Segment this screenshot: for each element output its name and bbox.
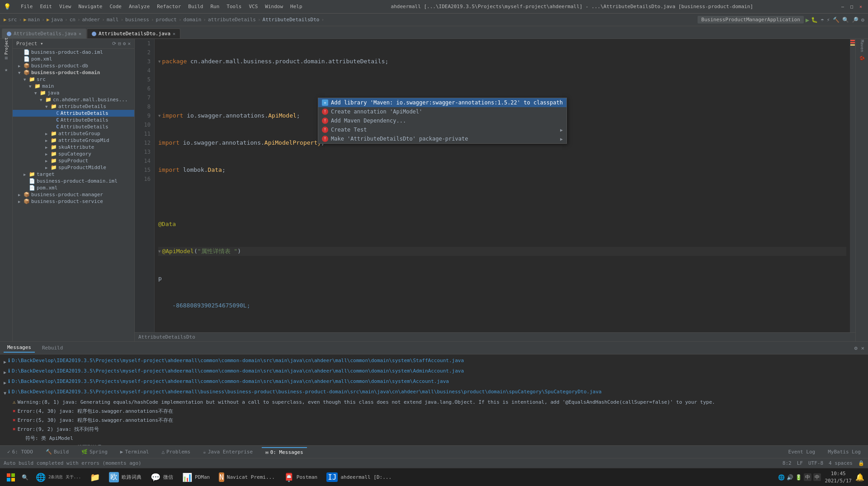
tab-close-1[interactable]: ✕ (79, 31, 81, 36)
search-icon[interactable]: 🔍 (842, 17, 849, 23)
menu-file[interactable]: File (18, 3, 36, 10)
code-content[interactable]: ▼ package cn.ahdeer.mall.business.produc… (155, 39, 850, 332)
tree-item-attributegroupmid[interactable]: ▶ 📁 attributeGroupMid (13, 137, 134, 144)
menu-build[interactable]: Build (185, 3, 206, 10)
taskbar-clock[interactable]: 10:45 2021/5/17 (825, 470, 852, 484)
toolbar-javaenterprise[interactable]: ☕ Java Enterprise (199, 448, 256, 456)
log-line-4[interactable]: ▼ ℹ D:\BackDevelop\IDEA2019.3.5\Projects… (0, 387, 868, 398)
code-editor[interactable]: 1 2 3 4 5 6 7 8 9 10 11 12 13 14 15 16 (135, 39, 855, 341)
toolbar-mybatis[interactable]: MyBatis Log (824, 448, 864, 456)
tree-item-domain-iml[interactable]: 📄 business-product-domain.iml (13, 178, 134, 184)
menu-help[interactable]: Help (288, 3, 305, 10)
notification-button[interactable]: 🔔 (855, 473, 864, 481)
breadcrumb-src[interactable]: ▶ src (4, 17, 17, 23)
expand-arrow-4[interactable]: ▼ (4, 389, 6, 397)
tree-item-attributedetails-class[interactable]: C AttributeDetails (13, 110, 134, 117)
log-line-3[interactable]: ▶ ℹ D:\BackDevelop\IDEA2019.3.5\Projects… (0, 377, 868, 387)
tree-item-target[interactable]: ▶ 📁 target (13, 171, 134, 178)
menu-edit[interactable]: Edit (38, 3, 55, 10)
bottom-tab-messages[interactable]: Messages (4, 343, 35, 353)
tree-item-service[interactable]: ▶ 📦 business-product-service (13, 198, 134, 205)
popup-item-package-private[interactable]: ! Make 'AttributeDetailsDto' package-pri… (318, 134, 566, 143)
menu-analyze[interactable]: Analyze (126, 3, 152, 10)
toolbar-terminal[interactable]: ▶ Terminal (117, 448, 153, 456)
menu-window[interactable]: Window (262, 3, 286, 10)
tree-item-pom1[interactable]: 📄 pom.xml (13, 56, 134, 62)
tree-item-attributedetailsdao[interactable]: C AttributeDetails (13, 117, 134, 123)
menu-vcs[interactable]: VCS (246, 3, 260, 10)
volume-icon[interactable]: 🔊 (787, 474, 793, 481)
favorites-icon[interactable]: ★ (1, 64, 12, 75)
taskbar-explorer[interactable]: 📁 (86, 471, 104, 484)
expand-arrow-2[interactable]: ▶ (4, 368, 6, 377)
tab-close-2[interactable]: ✕ (173, 31, 175, 36)
breadcrumb-java[interactable]: ▶ java (47, 17, 63, 23)
toolbar-build[interactable]: 🔨 Build (42, 448, 72, 456)
maximize-button[interactable]: □ (848, 3, 855, 10)
breadcrumb-ahdeer[interactable]: ahdeer (82, 17, 100, 23)
log-path-3[interactable]: D:\BackDevelop\IDEA2019.3.5\Projects\mys… (12, 377, 449, 386)
tree-item-spuproduct[interactable]: ▶ 📁 spuProduct (13, 157, 134, 164)
log-path-4[interactable]: D:\BackDevelop\IDEA2019.3.5\Projects\mys… (12, 388, 602, 396)
taskbar-pdman[interactable]: 📊 PDMan (179, 471, 213, 484)
tree-item-src[interactable]: ▼ 📁 src (13, 76, 134, 83)
tree-item-java[interactable]: ▼ 📁 java (13, 90, 134, 96)
taskbar-search[interactable]: 🔍 (20, 472, 30, 482)
popup-item-create-annotation[interactable]: ! Create annotation 'ApiModel' (318, 107, 566, 116)
taskbar-idea[interactable]: IJ ahdeermall [D:... (323, 471, 395, 484)
menu-view[interactable]: View (57, 3, 74, 10)
popup-item-add-library[interactable]: + Add library 'Maven: io.swagger:swagger… (318, 98, 566, 107)
tree-item-spucategory[interactable]: ▶ 📁 spuCategory (13, 151, 134, 157)
sidebar-settings-icon[interactable]: ⚙ (123, 41, 126, 47)
tree-item-domain[interactable]: ▼ 📦 business-product-domain (13, 69, 134, 76)
close-bottom-panel[interactable]: ✕ (861, 345, 864, 351)
taskbar-wechat[interactable]: 💬 微信 (147, 471, 177, 484)
tree-item-dao-iml[interactable]: 📄 business-product-dao.iml (13, 49, 134, 56)
menu-refactor[interactable]: Refactor (154, 3, 184, 10)
profile-icon[interactable]: ⚡ (827, 17, 830, 23)
bean-icon[interactable]: 🫘 (857, 52, 868, 63)
menu-tools[interactable]: Tools (224, 3, 244, 10)
settings-icon-bottom[interactable]: ⚙ (854, 345, 858, 351)
breadcrumb-main[interactable]: ▶ main (24, 17, 40, 23)
tree-item-cn-ahdeer[interactable]: ▼ 📁 cn.ahdeer.mall.busines... (13, 96, 134, 103)
tree-item-skuattribute[interactable]: ▶ 📁 skuAttribute (13, 144, 134, 151)
taskbar-postman[interactable]: 📮 Postman (280, 471, 321, 484)
breadcrumb-cn[interactable]: cn (70, 17, 75, 23)
sidebar-close-icon[interactable]: ✕ (127, 41, 131, 47)
menu-navigate[interactable]: Navigate (76, 3, 105, 10)
expand-arrow[interactable]: ▶ (4, 358, 6, 366)
network-icon[interactable]: 🌐 (778, 474, 785, 481)
battery-icon[interactable]: 🔋 (795, 474, 802, 481)
tree-item-spuproductmiddle[interactable]: ▶ 📁 spuProductMiddle (13, 164, 134, 171)
taskbar-navicat[interactable]: N Navicat Premi... (215, 471, 278, 484)
breadcrumb-attributeDetails[interactable]: attributeDetails (208, 17, 256, 23)
close-button[interactable]: ✕ (857, 3, 864, 10)
tree-item-main[interactable]: ▼ 📁 main (13, 83, 134, 90)
toolbar-eventlog[interactable]: Event Log (785, 448, 819, 456)
toolbar-messages[interactable]: ✉ 0: Messages (262, 447, 307, 457)
maven-icon[interactable]: Maven (857, 41, 868, 52)
breadcrumb-class[interactable]: AttributeDetailsDto (263, 17, 320, 23)
taskbar-browser[interactable]: 🌐 2条消息 关于... (32, 471, 85, 484)
log-line-2[interactable]: ▶ ℹ D:\BackDevelop\IDEA2019.3.5\Projects… (0, 367, 868, 377)
tab-attributedetailsdto[interactable]: AttributeDetailsDto.java ✕ (87, 28, 180, 38)
settings-icon[interactable]: ⚙ (861, 17, 864, 23)
toolbar-problems[interactable]: △ Problems (158, 448, 194, 456)
debug-icon[interactable]: 🐛 (811, 17, 818, 23)
minimize-button[interactable]: — (839, 3, 846, 10)
popup-item-create-test[interactable]: ! Create Test ▶ (318, 125, 566, 134)
sidebar-collapse-icon[interactable]: ⊟ (118, 41, 121, 47)
kbd-icon[interactable]: 中 (813, 473, 821, 481)
run-config-name[interactable]: BusinessProductManagerApplication (698, 16, 804, 24)
start-button[interactable] (4, 470, 18, 485)
toolbar-spring[interactable]: 🌿 Spring (78, 448, 111, 456)
coverage-icon[interactable]: ☂ (821, 17, 824, 23)
tree-item-attributedetailsdto[interactable]: C AttributeDetails (13, 123, 134, 130)
log-path-2[interactable]: D:\BackDevelop\IDEA2019.3.5\Projects\mys… (12, 367, 464, 375)
tree-item-pom2[interactable]: 📄 pom.xml (13, 184, 134, 191)
popup-item-add-maven[interactable]: ! Add Maven Dependency... (318, 116, 566, 125)
breadcrumb-product[interactable]: product (156, 17, 177, 23)
log-line-1[interactable]: ▶ ℹ D:\BackDevelop\IDEA2019.3.5\Projects… (0, 356, 868, 367)
menu-run[interactable]: Run (208, 3, 222, 10)
